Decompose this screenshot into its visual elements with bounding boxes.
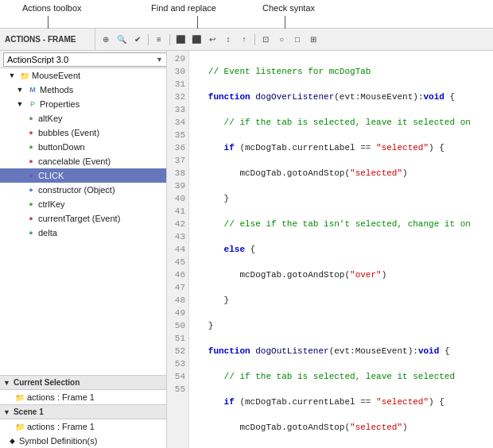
scene1-label: Scene 1 (14, 407, 44, 416)
folder-icon: 📁 (19, 70, 30, 81)
tree-label-delta: delta (38, 228, 57, 238)
tree-label-altkey: altKey (38, 114, 63, 123)
tree-item-altkey[interactable]: ● altKey (0, 111, 166, 126)
tree-label-actions-current: actions : Frame 1 (27, 392, 95, 402)
script-assist-button[interactable]: ⊡ (258, 33, 273, 47)
tree-label-constructor: constructor (Object) (38, 185, 115, 195)
toolbar-separator-3 (254, 34, 255, 45)
current-selection-label: Current Selection (14, 378, 80, 387)
class-icon-click: ● (25, 170, 37, 181)
method-icon-constructor: ● (25, 184, 37, 195)
annotation-line-2 (197, 16, 198, 29)
tree-item-symbol-def[interactable]: ◆ Symbol Definition(s) (0, 434, 166, 448)
tree-item-buttondown[interactable]: ● buttonDown (0, 140, 166, 154)
tree-item-methods[interactable]: ▼ M Methods (0, 83, 166, 97)
prop-icon-altkey: ● (25, 113, 37, 124)
annotation-bar: Actions toolbox Find and replace Check s… (0, 0, 493, 29)
expand-icon-methods: ▼ (14, 84, 25, 95)
tree-label: MouseEvent (32, 71, 80, 80)
tree-item-cancelable[interactable]: ● cancelable (Event) (0, 154, 166, 168)
debug-options-button[interactable]: ⬛ (173, 33, 188, 47)
tree-label-bubbles: bubbles (Event) (38, 128, 99, 137)
current-selection-header[interactable]: ▼ Current Selection (0, 376, 166, 390)
tree-item-mouseevent[interactable]: ▼ 📁 MouseEvent (0, 68, 166, 83)
toolbar: ACTIONS - FRAME ⊕ 🔍 ✔ ≡ ⬛ ⬛ ↩ ↕ ↑ ⊡ ○ □ … (0, 29, 493, 51)
tree-label-methods: Methods (40, 85, 73, 95)
scene1-header[interactable]: ▼ Scene 1 (0, 405, 166, 419)
expand-icon: ▼ (6, 70, 17, 81)
tree-item-properties[interactable]: ▼ P Properties (0, 97, 166, 111)
auto-format-button[interactable]: ≡ (152, 33, 166, 47)
tree-label-click: CLICK (38, 171, 64, 180)
tree-item-delta[interactable]: ● delta (0, 226, 166, 240)
event-icon-cancelable: ● (25, 156, 37, 167)
tree-item-actions-frame-scene[interactable]: 📁 actions : Frame 1 (0, 419, 166, 434)
export-script-button[interactable]: ↑ (237, 33, 251, 47)
prop-icon-delta: ● (25, 227, 37, 238)
expand-button[interactable]: ↩ (205, 33, 219, 47)
left-panel: ActionScript 3.0 ▼ ▼ 📁 MouseEvent ▼ M Me… (0, 51, 167, 448)
event-icon-currenttarget: ● (25, 213, 37, 224)
dropdown-row: ActionScript 3.0 ▼ (0, 51, 166, 68)
folder-icon-current: 📁 (14, 392, 25, 403)
code-panel: 2930313233 3435363738 3940414243 4445464… (167, 51, 493, 448)
current-selection-tree: 📁 actions : Frame 1 (0, 390, 166, 404)
tree-item-actions-frame-current[interactable]: 📁 actions : Frame 1 (0, 390, 166, 404)
tree-label-ctrlkey: ctrlKey (38, 199, 65, 209)
collapse-icon-scene: ▼ (3, 408, 10, 416)
prop-icon-ctrlkey: ● (25, 199, 37, 210)
help-button[interactable]: ○ (274, 33, 289, 47)
add-new-item-button[interactable]: ⊕ (99, 33, 113, 47)
tree-item-click[interactable]: ● CLICK (0, 168, 166, 183)
pin-script-button[interactable]: □ (290, 33, 305, 47)
annotation-find-replace: Find and replace (151, 3, 216, 13)
tree-item-ctrlkey[interactable]: ● ctrlKey (0, 197, 166, 211)
prop-icon-buttondown: ● (25, 141, 37, 153)
code-content: // Event listeners for mcDogTab function… (189, 51, 493, 448)
collapse-icon-current: ▼ (3, 379, 10, 387)
close-script-button[interactable]: ⊞ (306, 33, 320, 47)
actions-frame-label: ACTIONS - FRAME (0, 29, 95, 50)
code-area[interactable]: 2930313233 3435363738 3940414243 4445464… (167, 51, 493, 448)
method-icon: M (27, 84, 38, 95)
toolbar-separator-1 (148, 34, 149, 45)
annotation-check-syntax: Check syntax (262, 3, 315, 13)
annotation-actions-toolbox: Actions toolbox (22, 3, 82, 13)
annotation-line-3 (285, 16, 285, 29)
actionscript-version-dropdown[interactable]: ActionScript 3.0 (3, 52, 167, 67)
event-icon-bubbles: ● (25, 127, 37, 138)
tree-panel: ▼ 📁 MouseEvent ▼ M Methods ▼ P Propertie… (0, 68, 166, 375)
check-syntax-button[interactable]: ✔ (130, 33, 145, 47)
expand-icon-props: ▼ (14, 98, 25, 110)
tree-item-constructor[interactable]: ● constructor (Object) (0, 183, 166, 197)
tree-label-properties: Properties (40, 99, 80, 109)
toolbar-separator-2 (169, 34, 170, 45)
symbol-icon: ◆ (6, 435, 17, 446)
annotation-line-1 (48, 16, 49, 29)
find-button[interactable]: 🔍 (115, 33, 129, 47)
toolbar-icons: ⊕ 🔍 ✔ ≡ ⬛ ⬛ ↩ ↕ ↑ ⊡ ○ □ ⊞ (95, 33, 493, 47)
folder-icon-scene: 📁 (14, 421, 25, 432)
current-selection-section: ▼ Current Selection 📁 actions : Frame 1 (0, 375, 166, 404)
tree-item-currenttarget[interactable]: ● currentTarget (Event) (0, 211, 166, 226)
main-content: ActionScript 3.0 ▼ ▼ 📁 MouseEvent ▼ M Me… (0, 51, 493, 448)
tree-label-symbol-def: Symbol Definition(s) (19, 436, 97, 446)
import-script-button[interactable]: ↕ (221, 33, 235, 47)
tree-label-actions-scene: actions : Frame 1 (27, 422, 95, 431)
line-numbers: 2930313233 3435363738 3940414243 4445464… (167, 51, 189, 448)
tree-label-cancelable: cancelable (Event) (38, 156, 111, 166)
tree-label-buttondown: buttonDown (38, 142, 85, 152)
tree-item-bubbles[interactable]: ● bubbles (Event) (0, 126, 166, 140)
prop-icon: P (27, 98, 38, 110)
tree-label-currenttarget: currentTarget (Event) (38, 214, 120, 223)
collapse-button[interactable]: ⬛ (189, 33, 204, 47)
scene1-section: ▼ Scene 1 📁 actions : Frame 1 ◆ Symbol D… (0, 404, 166, 448)
scene1-tree: 📁 actions : Frame 1 ◆ Symbol Definition(… (0, 419, 166, 448)
